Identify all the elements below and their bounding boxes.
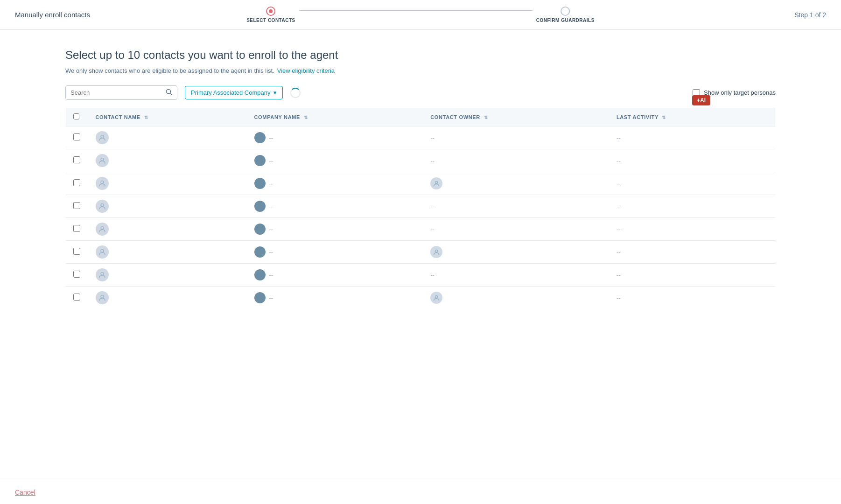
company-circle-6 [254, 269, 266, 280]
row-contact-name-0 [88, 126, 247, 149]
row-last-activity-1: -- [609, 149, 776, 172]
chevron-down-icon: ▾ [273, 89, 277, 96]
sort-icon-last-activity[interactable]: ⇅ [662, 115, 666, 120]
row-company-name-3: -- [247, 195, 423, 218]
search-input[interactable] [70, 89, 162, 96]
step-confirm-guardrails: CONFIRM GUARDRAILS [536, 7, 595, 23]
svg-point-8 [101, 250, 104, 252]
row-checkbox-2[interactable] [73, 179, 80, 186]
row-checkbox-cell-2 [66, 172, 88, 195]
owner-dash-1: -- [430, 157, 435, 164]
step-label-confirm: CONFIRM GUARDRAILS [536, 18, 595, 23]
row-checkbox-cell-0 [66, 126, 88, 149]
contact-avatar-1 [96, 154, 109, 167]
owner-avatar-5 [430, 246, 442, 258]
contacts-table: CONTACT NAME ⇅ COMPANY NAME ⇅ CONTACT OW… [65, 107, 776, 309]
row-contact-owner-4: -- [423, 218, 609, 241]
svg-point-4 [101, 181, 104, 184]
step-label-select: SELECT CONTACTS [246, 18, 295, 23]
row-last-activity-0: -- [609, 126, 776, 149]
row-checkbox-cell-5 [66, 241, 88, 264]
row-contact-name-6 [88, 264, 247, 287]
page-title: Manually enroll contacts [15, 11, 90, 19]
row-last-activity-6: -- [609, 264, 776, 287]
owner-dash-3: -- [430, 203, 435, 210]
row-checkbox-3[interactable] [73, 202, 80, 209]
row-checkbox-cell-4 [66, 218, 88, 241]
contact-avatar-6 [96, 268, 109, 281]
th-last-activity: LAST ACTIVITY ⇅ [609, 108, 776, 126]
filter-dropdown-label: Primary Associated Company [191, 89, 271, 96]
step-select-contacts: SELECT CONTACTS [246, 7, 295, 23]
company-dash-5: -- [269, 249, 273, 256]
svg-point-6 [101, 204, 104, 207]
show-personas-label[interactable]: Show only target personas [704, 89, 776, 96]
row-checkbox-5[interactable] [73, 248, 80, 255]
eligibility-link[interactable]: View eligibility criteria [277, 67, 335, 74]
row-company-name-7: -- [247, 287, 423, 309]
contact-avatar-0 [96, 131, 109, 144]
row-last-activity-2: -- [609, 172, 776, 195]
svg-point-5 [435, 182, 438, 184]
contact-avatar-5 [96, 245, 109, 259]
svg-point-11 [101, 295, 104, 298]
company-dash-0: -- [269, 134, 273, 141]
sort-icon-contact-owner[interactable]: ⇅ [484, 115, 488, 120]
row-checkbox-0[interactable] [73, 133, 80, 140]
row-contact-owner-0: -- [423, 126, 609, 149]
step-counter: Step 1 of 2 [794, 11, 826, 19]
row-checkbox-7[interactable] [73, 294, 80, 301]
row-company-name-2: -- [247, 172, 423, 195]
row-contact-owner-6: -- [423, 264, 609, 287]
row-checkbox-cell-7 [66, 287, 88, 309]
sort-icon-contact-name[interactable]: ⇅ [144, 115, 148, 120]
company-circle-7 [254, 292, 266, 303]
company-dash-2: -- [269, 180, 273, 187]
row-company-name-1: -- [247, 149, 423, 172]
ai-badge[interactable]: +AI [692, 95, 710, 105]
company-circle-3 [254, 201, 266, 212]
table-row: -- -- -- [66, 126, 776, 149]
company-dash-1: -- [269, 157, 273, 164]
company-dash-7: -- [269, 294, 273, 301]
company-circle-1 [254, 155, 266, 166]
row-contact-name-3 [88, 195, 247, 218]
row-last-activity-7: -- [609, 287, 776, 309]
owner-avatar-7 [430, 292, 442, 304]
svg-point-2 [101, 135, 104, 138]
th-contact-name: CONTACT NAME ⇅ [88, 108, 247, 126]
step-circle-select [266, 7, 275, 16]
company-dash-4: -- [269, 226, 273, 233]
table-row: -- -- -- [66, 195, 776, 218]
row-checkbox-4[interactable] [73, 225, 80, 232]
th-checkbox [66, 108, 88, 126]
row-last-activity-4: -- [609, 218, 776, 241]
filter-dropdown-company[interactable]: Primary Associated Company ▾ [185, 86, 283, 99]
row-contact-owner-5 [423, 241, 609, 264]
svg-line-1 [170, 93, 172, 95]
sort-icon-company-name[interactable]: ⇅ [304, 115, 308, 120]
contact-avatar-7 [96, 291, 109, 304]
contact-avatar-3 [96, 200, 109, 213]
table-header-row: CONTACT NAME ⇅ COMPANY NAME ⇅ CONTACT OW… [66, 108, 776, 126]
owner-avatar-2 [430, 177, 442, 189]
search-icon [166, 89, 172, 97]
contact-avatar-2 [96, 177, 109, 190]
row-contact-name-1 [88, 149, 247, 172]
row-contact-owner-3: -- [423, 195, 609, 218]
select-all-checkbox[interactable] [73, 113, 79, 119]
row-checkbox-6[interactable] [73, 271, 80, 278]
row-last-activity-3: -- [609, 195, 776, 218]
steps-container: SELECT CONTACTS CONFIRM GUARDRAILS [246, 7, 595, 23]
row-checkbox-cell-6 [66, 264, 88, 287]
row-contact-name-5 [88, 241, 247, 264]
row-checkbox-cell-3 [66, 195, 88, 218]
owner-dash-6: -- [430, 272, 435, 279]
company-circle-4 [254, 224, 266, 235]
row-checkbox-1[interactable] [73, 156, 80, 163]
row-contact-owner-2 [423, 172, 609, 195]
svg-point-3 [101, 158, 104, 161]
contact-avatar-4 [96, 223, 109, 236]
th-contact-owner: CONTACT OWNER ⇅ [423, 108, 609, 126]
row-company-name-0: -- [247, 126, 423, 149]
